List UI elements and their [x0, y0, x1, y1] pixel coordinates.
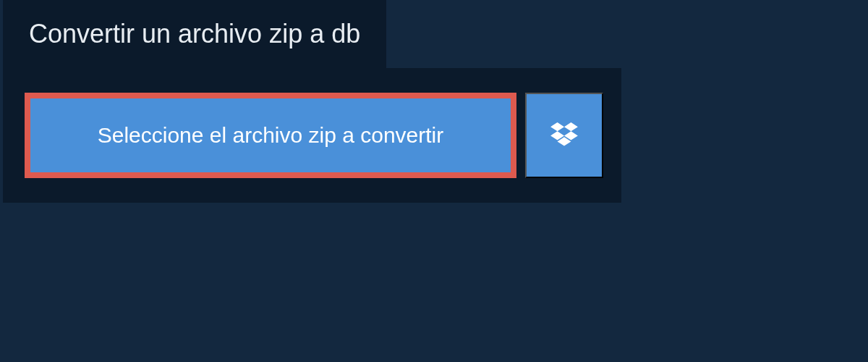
dropbox-icon: [550, 122, 578, 149]
content-panel: Seleccione el archivo zip a convertir: [3, 68, 621, 203]
select-file-button[interactable]: Seleccione el archivo zip a convertir: [25, 93, 516, 178]
button-row: Seleccione el archivo zip a convertir: [25, 93, 600, 178]
dropbox-button[interactable]: [525, 93, 603, 178]
select-file-label: Seleccione el archivo zip a convertir: [98, 123, 444, 148]
header-tab: Convertir un archivo zip a db: [3, 0, 386, 68]
page-title: Convertir un archivo zip a db: [29, 19, 360, 49]
